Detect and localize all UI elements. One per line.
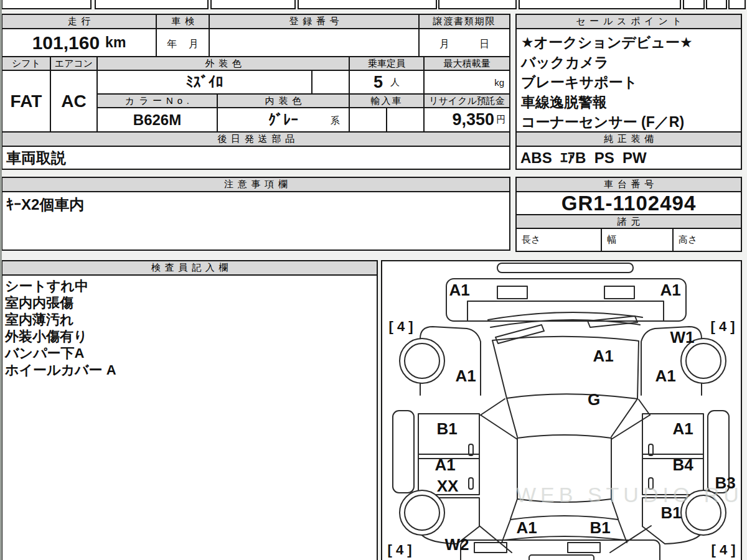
- color-no-value: B626M: [96, 107, 218, 133]
- cutoff-cell: [210, 0, 296, 9]
- exterior-color-value: ﾐｽﾞｲﾛ: [96, 70, 312, 95]
- spec-height-cell: 高さ: [672, 228, 742, 252]
- aircon-value: AC: [50, 70, 98, 133]
- cutoff-cell: [728, 0, 746, 9]
- later-shipping-header: 後日発送部品: [1, 131, 510, 147]
- sales-points-header: セールスポイント: [515, 14, 742, 29]
- damage-code-front-bumper-left: A1: [449, 282, 469, 298]
- capacity-unit: 人: [390, 77, 400, 88]
- damage-code-tread-front-right: [ 4 ]: [710, 320, 735, 334]
- inspection-header: 車検: [156, 14, 210, 29]
- transfer-deadline-header: 譲渡書類期限: [418, 14, 510, 29]
- damage-code-cowl-glass: G: [588, 391, 600, 408]
- interior-color-header: 内装色: [217, 93, 350, 108]
- damage-code-right-rear-door: B4: [672, 457, 693, 473]
- registration-header: 登録番号: [209, 14, 420, 29]
- cutoff-cell: [519, 0, 681, 9]
- damage-code-tread-rear-left: [ 4 ]: [387, 543, 411, 557]
- damage-code-tread-front-left: [ 4 ]: [388, 320, 413, 334]
- damage-code-left-rear-door-lower: XX: [437, 478, 459, 494]
- inspector-note-item: 室内内張傷: [5, 294, 372, 311]
- shift-header: シフト: [1, 56, 51, 71]
- cutoff-cell: [438, 0, 517, 9]
- damage-code-right-rear-quarter: B1: [660, 505, 681, 521]
- cutoff-cell: [298, 0, 437, 9]
- inspector-note-item: 室内薄汚れ: [5, 311, 372, 328]
- recycle-deposit-header: リサイクル預託金: [423, 93, 510, 108]
- shift-value: FAT: [1, 70, 51, 133]
- later-shipping-value: 車両取説: [1, 146, 510, 170]
- sales-point-item: 車線逸脱警報: [521, 92, 741, 112]
- max-load-value: kg: [423, 70, 510, 95]
- max-load-unit: kg: [494, 77, 504, 88]
- damage-code-windshield: A1: [593, 348, 613, 364]
- cutoff-cell: [683, 0, 705, 9]
- damage-code-rear-gate-right: B1: [590, 520, 610, 536]
- diagram-box: WEB STUDIO RU A1A1[ 4 ][ 4 ]W1A1A1A1GB1A…: [381, 260, 742, 560]
- recycle-deposit-value: 9,350 円: [423, 107, 510, 133]
- damage-code-front-bumper-right: A1: [660, 282, 680, 298]
- inspector-note-item: 外装小傷有り: [5, 328, 372, 345]
- damage-code-right-front-fender: A1: [655, 368, 675, 384]
- spec-length-cell: 長さ: [515, 228, 602, 252]
- capacity-number: 5: [374, 73, 383, 92]
- damage-code-left-rear-door: A1: [435, 457, 455, 473]
- exterior-color-header: 外装色: [96, 56, 350, 71]
- chassis-number-header: 車台番号: [515, 177, 742, 192]
- capacity-value: 5 人: [349, 70, 425, 95]
- interior-color-suffix: 系: [331, 115, 340, 127]
- import-car-cell-2: [386, 107, 425, 133]
- damage-code-left-front-door: B1: [436, 421, 457, 437]
- cutoff-cell: [1, 0, 92, 9]
- exterior-color-extra-cell: [311, 70, 350, 95]
- mileage-unit: km: [105, 34, 126, 51]
- inspection-value: 年 月: [156, 28, 210, 57]
- registration-value: [209, 28, 420, 57]
- damage-code-right-sill: B3: [715, 475, 735, 491]
- specs-header: 諸元: [515, 214, 742, 229]
- mileage-number: 101,160: [32, 32, 100, 54]
- sales-point-item: バックカメラ: [521, 52, 741, 72]
- inspection-year-label: 年: [167, 38, 177, 51]
- sales-points-list: ★オークションデビュー★バックカメラブレーキサポート車線逸脱警報コーナーセンサー…: [515, 28, 742, 133]
- genuine-equipment-header: 純正装備: [515, 131, 742, 147]
- mileage-value: 101,160 km: [1, 28, 157, 57]
- transfer-deadline-value: 月 日: [418, 28, 510, 57]
- damage-code-tread-rear-right: [ 4 ]: [711, 543, 735, 557]
- damage-code-left-front-fender: A1: [455, 368, 476, 384]
- damage-code-layer: A1A1[ 4 ][ 4 ]W1A1A1A1GB1A1A1B4XXB3B1A1B…: [382, 261, 741, 560]
- chassis-number-value: GR1-1102494: [515, 191, 742, 215]
- deadline-month-label: 月: [439, 38, 449, 51]
- interior-color-value: ｸﾞﾚｰ 系: [217, 107, 350, 133]
- color-no-header: カラーNo.: [96, 93, 218, 108]
- cutoff-cell: [95, 0, 209, 9]
- import-car-header: 輸入車: [349, 93, 425, 108]
- damage-code-right-front-door: A1: [672, 421, 693, 437]
- spec-width-cell: 幅: [601, 228, 674, 252]
- inspector-header: 検査員記入欄: [1, 260, 378, 276]
- aircon-header: エアコン: [50, 56, 98, 71]
- deadline-day-label: 日: [479, 38, 489, 51]
- sales-point-item: ブレーキサポート: [521, 72, 741, 92]
- notes-header: 注意事項欄: [1, 177, 510, 192]
- damage-code-right-front-fender-top: W1: [670, 329, 695, 345]
- mileage-header: 走行: [1, 14, 157, 29]
- max-load-header: 最大積載量: [423, 56, 510, 71]
- inspection-month-label: 月: [189, 38, 199, 51]
- inspector-note-item: ホイールカバー A: [5, 362, 372, 378]
- inspector-note-item: シートすれ中: [5, 278, 372, 294]
- inspector-notes-list: シートすれ中室内内張傷室内薄汚れ外装小傷有りバンパー下Aホイールカバー A: [5, 278, 372, 378]
- sales-point-item: コーナーセンサー (F／R): [521, 112, 741, 132]
- recycle-deposit-unit: 円: [496, 114, 505, 126]
- damage-code-rear-gate-left: A1: [516, 520, 537, 536]
- inspector-note-item: バンパー下A: [5, 345, 372, 362]
- recycle-deposit-number: 9,350: [452, 110, 494, 129]
- sales-point-item: ★オークションデビュー★: [521, 32, 741, 52]
- genuine-equipment-value: ABS ｴｱB PS PW: [515, 146, 742, 170]
- capacity-header: 乗車定員: [349, 56, 425, 71]
- notes-value: ｷｰX2個車内: [1, 191, 510, 251]
- cutoff-cell: [706, 0, 727, 9]
- interior-color-name: ｸﾞﾚｰ: [268, 111, 298, 129]
- damage-code-left-rear-quarter: W2: [445, 536, 469, 553]
- import-car-cell-1: [349, 107, 387, 133]
